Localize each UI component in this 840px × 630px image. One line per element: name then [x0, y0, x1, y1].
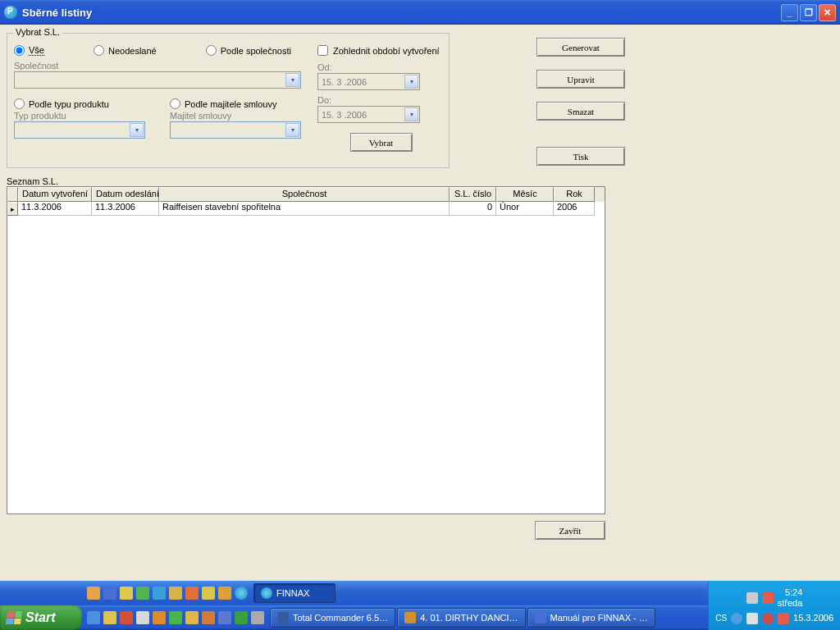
tray-day: středa [778, 598, 803, 609]
app-icon [535, 612, 546, 623]
col-rok[interactable]: Rok [554, 187, 595, 202]
ql-icon[interactable] [153, 587, 166, 600]
close-button[interactable]: ✕ [819, 4, 836, 21]
maximize-button[interactable]: ❐ [800, 4, 817, 21]
radio-podle-majitele[interactable] [170, 98, 180, 109]
zohlednit-checkbox[interactable] [317, 45, 328, 56]
ql-icon[interactable] [235, 587, 248, 600]
radio-podle-majitele-label: Podle majitele smlouvy [185, 99, 277, 109]
seznam-label: Seznam S.L. [7, 176, 833, 186]
taskbar-task-finnax[interactable]: FINNAX [253, 583, 336, 603]
start-button[interactable]: Start [0, 605, 82, 630]
systray: 5:24 středa CS 15.3.2006 [708, 581, 840, 630]
ql-icon[interactable] [169, 611, 182, 624]
majitel-combo[interactable] [170, 121, 301, 139]
ql-icon[interactable] [251, 611, 264, 624]
tray-icon[interactable] [731, 613, 742, 624]
radio-vse-label: Vše [29, 45, 44, 56]
radio-neodeslane[interactable] [94, 45, 104, 56]
ql-icon[interactable] [136, 611, 149, 624]
radio-neodeslane-label: Neodeslané [108, 46, 157, 56]
windows-logo-icon [6, 611, 22, 624]
taskbar: Start Total Commander 6.5… 4. 01. DIRTHY… [0, 605, 840, 630]
ql-icon[interactable] [120, 611, 133, 624]
app-icon [277, 612, 289, 623]
ql-icon[interactable] [185, 611, 199, 624]
tray-icon[interactable] [746, 592, 758, 604]
ql-icon[interactable] [103, 587, 116, 600]
ql-icon[interactable] [153, 611, 166, 624]
col-spolecnost[interactable]: Společnost [159, 187, 450, 202]
do-date[interactable]: 15. 3 .2006 [317, 106, 420, 123]
generovat-button[interactable]: Generovat [536, 38, 625, 57]
vybrat-legend: Vybrat S.L. [13, 27, 62, 37]
ql-icon[interactable] [103, 611, 116, 624]
vybrat-groupbox: Vybrat S.L. Vše Neodeslané Podle společn… [7, 33, 450, 168]
radio-vse[interactable] [14, 45, 25, 56]
upravit-button[interactable]: Upravit [536, 70, 625, 89]
col-sl-cislo[interactable]: S.L. číslo [450, 187, 496, 202]
od-date[interactable]: 15. 3 .2006 [317, 73, 420, 90]
chevron-down-icon[interactable] [130, 123, 144, 137]
radio-podle-typu-label: Podle typu produktu [29, 99, 109, 109]
chevron-down-icon[interactable] [285, 123, 299, 137]
ql-icon[interactable] [169, 587, 182, 600]
chevron-down-icon[interactable] [285, 73, 299, 87]
spolecnost-combo[interactable] [14, 71, 301, 89]
typ-combo[interactable] [14, 121, 145, 139]
tray-icon[interactable] [762, 613, 774, 624]
do-label: Do: [317, 95, 445, 105]
ql-icon[interactable] [218, 611, 231, 624]
col-datum-vytvoreni[interactable]: Datum vytvoření [18, 187, 92, 202]
radio-podle-spolecnosti-label: Podle společnosti [221, 46, 291, 56]
window-title: Sběrné listiny [22, 7, 781, 19]
tray-icon[interactable] [746, 613, 758, 624]
vybrat-button[interactable]: Vybrat [350, 133, 413, 152]
radio-podle-typu[interactable] [14, 98, 25, 109]
taskbar-task[interactable]: Total Commander 6.5… [270, 608, 395, 628]
tray-icon[interactable] [778, 613, 789, 624]
taskbar-task[interactable]: Manuál pro FINNAX - … [527, 608, 655, 628]
radio-podle-spolecnosti[interactable] [206, 45, 217, 56]
tray-time: 5:24 [778, 587, 803, 598]
taskbar-task[interactable]: 4. 01. DIRTHY DANCI… [397, 608, 525, 628]
od-label: Od: [317, 62, 445, 72]
ql-icon[interactable] [87, 587, 100, 600]
majitel-label: Majitel smlouvy [170, 111, 301, 121]
zohlednit-label: Zohlednit období vytvoření [333, 46, 440, 56]
row-indicator-icon [7, 202, 18, 216]
ql-icon[interactable] [202, 611, 215, 624]
grid-header: Datum vytvoření Datum odeslání Společnos… [7, 187, 605, 202]
ql-icon[interactable] [120, 587, 133, 600]
ql-icon[interactable] [218, 587, 231, 600]
ql-icon[interactable] [235, 611, 248, 624]
minimize-button[interactable]: _ [781, 4, 798, 21]
ql-icon[interactable] [136, 587, 149, 600]
table-row[interactable]: 11.3.2006 11.3.2006 Raiffeisen stavební … [7, 202, 605, 216]
app-icon [404, 612, 416, 623]
quicklaunch-row2 [82, 587, 253, 600]
zavrit-button[interactable]: Zavřít [535, 521, 605, 540]
tisk-button[interactable]: Tisk [536, 147, 625, 166]
chevron-down-icon[interactable] [404, 107, 418, 121]
app-icon [261, 587, 272, 599]
seznam-grid[interactable]: Datum vytvoření Datum odeslání Společnos… [7, 186, 605, 514]
smazat-button[interactable]: Smazat [536, 102, 625, 121]
tray-icon[interactable] [762, 592, 774, 604]
ql-icon[interactable] [87, 611, 100, 624]
app-icon [4, 6, 17, 19]
quicklaunch [82, 605, 269, 630]
ql-icon[interactable] [185, 587, 199, 600]
chevron-down-icon[interactable] [404, 75, 418, 89]
col-datum-odeslani[interactable]: Datum odeslání [92, 187, 159, 202]
titlebar: Sběrné listiny _ ❐ ✕ [0, 0, 840, 25]
typ-label: Typ produktu [14, 111, 153, 121]
col-mesic[interactable]: Měsíc [496, 187, 554, 202]
lang-indicator[interactable]: CS [715, 614, 727, 623]
ql-icon[interactable] [202, 587, 215, 600]
tray-date: 15.3.2006 [793, 613, 833, 623]
